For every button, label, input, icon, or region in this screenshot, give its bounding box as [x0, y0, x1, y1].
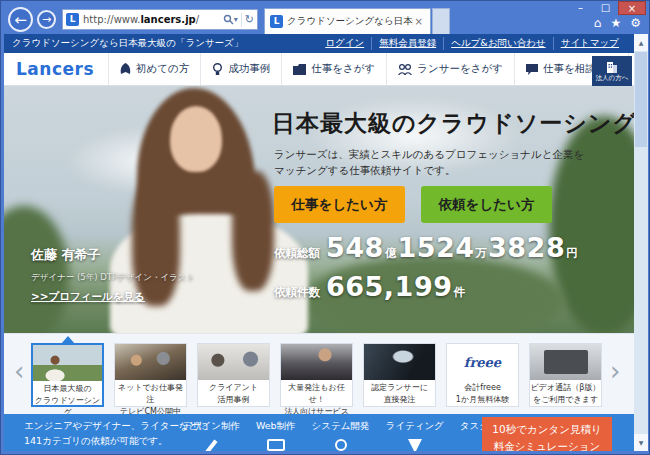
- estimate-simulator-button[interactable]: 10秒でカンタン見積り 料金シミュレーション: [482, 417, 612, 451]
- gear-shape-icon: [335, 439, 347, 451]
- minimize-button[interactable]: –: [568, 1, 593, 15]
- maximize-button[interactable]: □: [593, 1, 618, 15]
- lightbulb-icon: [212, 63, 223, 76]
- browser-window: – □ × ← → L http://www.lancers.jp/ ▾ ↻ L…: [0, 0, 650, 455]
- carousel-card-crowdsourcing[interactable]: 日本最大級のクラウドソーシング: [31, 343, 104, 407]
- category-writing[interactable]: ライティング: [386, 420, 444, 451]
- url-dropdown-icon[interactable]: ▾: [234, 15, 238, 24]
- footer-description: エンジニアやデザイナー、ライターなどに 141カテゴリの依頼が可能です。: [24, 418, 208, 448]
- scrollbar-thumb[interactable]: [635, 52, 647, 147]
- freee-logo: freee: [464, 355, 501, 370]
- carousel-card-tv-cm[interactable]: ネットでお仕事発注テレビCM公開中: [114, 343, 187, 407]
- stat-total-jobs: 依頼件数665,199件: [274, 271, 466, 302]
- sitemap-link[interactable]: サイトマップ: [553, 37, 626, 50]
- pencil-icon: [204, 439, 217, 451]
- card-thumbnail: [530, 344, 601, 380]
- search-icon[interactable]: [223, 14, 234, 25]
- carousel-prev-icon[interactable]: ‹: [14, 358, 24, 384]
- category-system[interactable]: システム開発: [312, 420, 370, 451]
- forward-button[interactable]: →: [37, 10, 56, 29]
- divider: [241, 13, 242, 27]
- signup-link[interactable]: 無料会員登録: [371, 37, 443, 50]
- scroll-up-icon[interactable]: ▲: [634, 34, 648, 51]
- card-thumbnail: [198, 344, 269, 380]
- hero-person: [232, 171, 274, 291]
- url-text[interactable]: http://www.lancers.jp/: [83, 14, 199, 25]
- login-link[interactable]: ログイン: [318, 37, 371, 50]
- main-navbar: Lancers 初めての方 成功事例 仕事をさがす ランサーをさがす: [4, 53, 634, 86]
- favorites-star-icon[interactable]: ★: [610, 16, 621, 30]
- nav-item-success-stories[interactable]: 成功事例: [200, 53, 281, 85]
- hero-title: 日本最大級のクラウドソーシング: [272, 108, 634, 139]
- profile-role: デザイナー (5年) DTPデザイン・イラスト: [31, 272, 195, 284]
- home-icon[interactable]: ⌂: [594, 16, 602, 30]
- window-controls: – □ ×: [568, 1, 646, 15]
- profile-name: 佐藤 有希子: [31, 246, 195, 264]
- page-content: クラウドソーシングなら日本最大級の「ランサーズ」 ログイン 無料会員登録 ヘルプ…: [4, 34, 634, 451]
- laptop-icon: [544, 350, 588, 374]
- carousel-card-client-cases[interactable]: クライアント活用事例: [197, 343, 270, 407]
- nav-item-find-lancers[interactable]: ランサーをさがす: [386, 53, 514, 85]
- site-tagline: クラウドソーシングなら日本最大級の「ランサーズ」: [12, 37, 243, 50]
- lancers-logo[interactable]: Lancers: [4, 59, 108, 79]
- banner-carousel: ‹ › 日本最大級のクラウドソーシング ネットでお仕事発注テレビCM公開中 クラ…: [4, 333, 634, 414]
- new-tab-button[interactable]: [432, 8, 450, 34]
- profile-link[interactable]: >>プロフィールを見る: [31, 290, 145, 304]
- settings-gear-icon[interactable]: ⚙: [630, 16, 641, 30]
- card-thumbnail: [115, 344, 186, 380]
- pen-nib-icon: [408, 439, 422, 451]
- cta-want-work-button[interactable]: 仕事をしたい方: [274, 186, 405, 223]
- back-button[interactable]: ←: [8, 7, 33, 32]
- site-topbar: クラウドソーシングなら日本最大級の「ランサーズ」 ログイン 無料会員登録 ヘルプ…: [4, 34, 634, 53]
- stat-total-amount: 依頼総額548億1524万3828円: [274, 232, 579, 263]
- category-footer: エンジニアやデザイナー、ライターなどに 141カテゴリの依頼が可能です。 デザイ…: [4, 414, 634, 451]
- category-web[interactable]: Web制作: [256, 420, 296, 451]
- carousel-card-freee[interactable]: freee 会計freee1か月無料体験: [446, 343, 519, 407]
- tab-favicon-icon: L: [270, 15, 283, 28]
- hero-section: 日本最大級のクラウドソーシング ランサーズは、実績とスキルのあるプロフェッショナ…: [4, 86, 634, 333]
- lancers-favicon-icon: L: [66, 13, 79, 26]
- speech-bubble-icon: [526, 64, 538, 75]
- refresh-icon[interactable]: ↻: [245, 13, 254, 26]
- hero-person: [170, 106, 222, 172]
- address-bar[interactable]: L http://www.lancers.jp/ ▾ ↻: [62, 9, 258, 30]
- monitor-icon: [267, 439, 285, 451]
- help-link[interactable]: ヘルプ&お問い合わせ: [443, 37, 552, 50]
- beginner-icon: [120, 63, 131, 75]
- vertical-scrollbar[interactable]: ▲ ▼: [634, 34, 648, 451]
- tab-close-icon[interactable]: ×: [413, 16, 425, 27]
- people-icon: [398, 64, 412, 75]
- card-thumbnail: [281, 344, 352, 380]
- corporate-button[interactable]: 法人の方へ: [592, 56, 632, 86]
- card-thumbnail: [364, 344, 435, 380]
- browser-tab[interactable]: L クラウドソーシングなら日本最... ×: [264, 8, 431, 34]
- nav-item-beginner[interactable]: 初めての方: [108, 53, 200, 85]
- featured-profile: 佐藤 有希子 デザイナー (5年) DTPデザイン・イラスト >>プロフィールを…: [31, 246, 195, 304]
- carousel-card-video-call[interactable]: ビデオ通話（β版）をご利用できます: [529, 343, 602, 407]
- card-thumbnail: [33, 345, 102, 381]
- carousel-card-certified-lancers[interactable]: 認定ランサーに直接発注: [363, 343, 436, 407]
- carousel-card-corporate-service[interactable]: 大量発注もお任せ！法人向けサービス: [280, 343, 353, 407]
- building-icon: [605, 59, 619, 73]
- scroll-down-icon[interactable]: ▼: [634, 434, 648, 451]
- close-button[interactable]: ×: [618, 1, 646, 15]
- tab-title: クラウドソーシングなら日本最...: [287, 15, 413, 28]
- category-design[interactable]: デザイン制作: [182, 420, 240, 451]
- nav-item-find-work[interactable]: 仕事をさがす: [281, 53, 386, 85]
- hero-subtitle: ランサーズは、実績とスキルのあるプロフェッショナルと企業を マッチングする仕事依…: [274, 146, 584, 178]
- cta-want-request-button[interactable]: 依頼をしたい方: [421, 186, 552, 223]
- folder-icon: [293, 64, 306, 75]
- card-thumbnail: freee: [447, 344, 518, 380]
